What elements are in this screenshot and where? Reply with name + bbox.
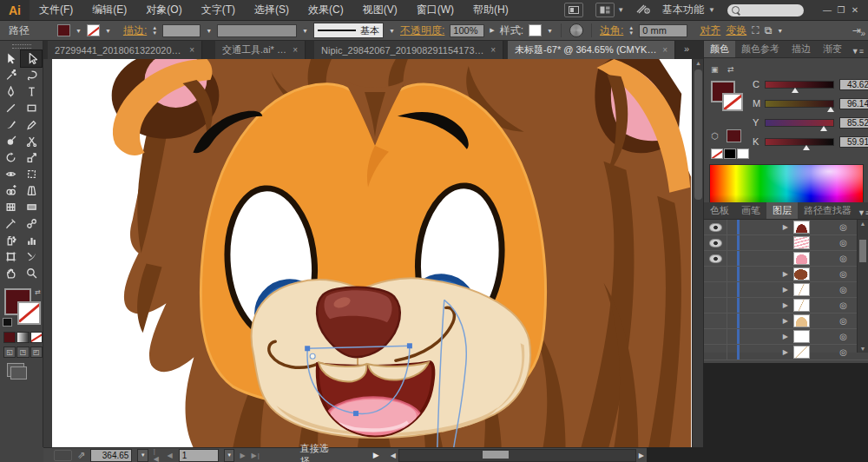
menu-6[interactable]: 视图(V) <box>353 0 407 20</box>
color-tab-3[interactable]: 渐变 <box>817 41 848 57</box>
next-artboard-button[interactable]: ▶ <box>240 452 246 459</box>
corner-stepper[interactable]: ▲▼ <box>628 26 634 36</box>
vertical-scrollbar[interactable]: ▲ <box>692 59 704 447</box>
panel-stroke-swatch[interactable] <box>722 93 743 111</box>
menu-8[interactable]: 帮助(H) <box>464 0 518 20</box>
gradient-tool[interactable] <box>21 199 42 215</box>
prev-artboard-button[interactable]: ◀ <box>168 452 174 459</box>
stroke-weight-input[interactable] <box>162 24 201 37</box>
expand-triangle-icon[interactable]: ▶ <box>740 317 792 325</box>
artboard-canvas[interactable] <box>52 59 692 447</box>
layer-row-8[interactable]: ▶◎ <box>704 345 868 360</box>
pencil-tool[interactable] <box>21 116 42 133</box>
screen-mode-button[interactable] <box>7 363 24 377</box>
stroke-panel-link[interactable]: 描边: <box>123 23 147 38</box>
none-mode-button[interactable] <box>30 332 43 343</box>
channel-slider[interactable] <box>765 119 834 127</box>
status-expand-icon[interactable]: ▶ <box>373 451 379 459</box>
target-circle-icon[interactable]: ◎ <box>839 285 847 294</box>
isolate-icon[interactable]: ⛶ <box>752 24 759 36</box>
selection-column[interactable] <box>727 220 740 234</box>
target-circle-icon[interactable]: ◎ <box>839 269 847 279</box>
tab-close-icon[interactable]: × <box>293 45 298 55</box>
selection-column[interactable] <box>727 314 740 328</box>
symbol-sprayer-tool[interactable] <box>0 232 21 248</box>
transform-link[interactable]: 变换 <box>726 23 746 38</box>
visibility-toggle[interactable] <box>704 329 727 344</box>
stroke-weight-caret-icon[interactable]: ▼ <box>206 28 212 34</box>
out-of-gamut-icon[interactable]: ⬡ <box>711 131 719 141</box>
status-extra-icon[interactable] <box>54 450 72 461</box>
gradient-mode-button[interactable] <box>16 332 29 343</box>
expand-triangle-icon[interactable]: ▶ <box>740 301 792 309</box>
collapse-dock-icon[interactable]: » <box>860 29 865 38</box>
target-circle-icon[interactable]: ◎ <box>839 254 847 263</box>
color-tab-0[interactable]: 颜色 <box>704 41 735 57</box>
menu-2[interactable]: 对象(O) <box>136 0 191 20</box>
cs-live-icon[interactable] <box>636 3 650 16</box>
opacity-input[interactable]: 100% <box>450 24 484 37</box>
width-tool[interactable] <box>0 166 21 182</box>
draw-behind-button[interactable]: ◳ <box>16 346 29 358</box>
layer-thumbnail[interactable] <box>793 330 810 343</box>
workspace-switcher[interactable]: 基本功能▼ <box>662 3 715 17</box>
width-profile-caret-icon[interactable]: ▼ <box>302 28 308 34</box>
rectangle-tool[interactable] <box>21 100 42 116</box>
draw-inside-button[interactable]: ◰ <box>30 346 43 358</box>
fill-caret-icon[interactable]: ▼ <box>76 28 82 34</box>
close-button[interactable]: ✕ <box>849 0 861 20</box>
color-tab-1[interactable]: 颜色参考 <box>735 41 786 57</box>
constrain-icon[interactable]: ⧉ <box>765 24 773 36</box>
first-artboard-button[interactable]: |◀ <box>154 447 162 462</box>
mesh-tool[interactable] <box>0 199 21 215</box>
selection-tool[interactable] <box>0 50 21 67</box>
brush-definition-select[interactable]: 基本 <box>313 23 384 38</box>
channel-slider[interactable] <box>765 81 834 89</box>
blend-tool[interactable] <box>21 215 42 232</box>
last-artboard-button[interactable]: ▶| <box>252 452 260 459</box>
eyedropper-tool[interactable] <box>0 215 21 232</box>
zoom-level-input[interactable]: 364.65 <box>90 449 132 462</box>
type-tool[interactable] <box>21 83 42 100</box>
layer-thumbnail[interactable] <box>793 252 810 265</box>
artboard-tool[interactable] <box>0 248 21 265</box>
scroll-left-icon[interactable]: ◀ <box>388 452 398 459</box>
stroke-color-swatch[interactable] <box>87 24 100 36</box>
paintbrush-tool[interactable] <box>0 116 21 133</box>
zoom-tool[interactable] <box>21 265 42 281</box>
recolor-artwork-icon[interactable] <box>569 23 583 37</box>
shape-builder-tool[interactable] <box>0 182 21 199</box>
rotate-tool[interactable] <box>0 149 21 166</box>
artboard-number-input[interactable]: 1 <box>179 449 219 462</box>
toolbox-stroke-swatch[interactable] <box>17 301 41 325</box>
document-tab-1[interactable]: 交通工具.ai* @ ...× <box>215 41 306 59</box>
channel-value-input[interactable]: 59.91 <box>839 136 868 148</box>
layer-row-5[interactable]: ▶◎ <box>704 298 868 314</box>
minimize-button[interactable]: — <box>821 0 833 20</box>
tab-close-icon[interactable]: × <box>662 45 667 55</box>
artboard-dropdown-icon[interactable]: ▼ <box>224 449 234 462</box>
visibility-toggle[interactable] <box>704 298 727 313</box>
align-link[interactable]: 对齐 <box>700 23 720 38</box>
channel-value-input[interactable]: 85.52 <box>839 117 868 129</box>
constrain-caret-icon[interactable]: ▼ <box>777 28 783 34</box>
horizontal-scroll-thumb[interactable] <box>483 451 509 459</box>
expand-triangle-icon[interactable]: ▶ <box>740 348 792 356</box>
layers-scroll-down-icon[interactable]: ▼ <box>858 345 868 353</box>
slider-thumb[interactable] <box>803 145 810 150</box>
scale-tool[interactable] <box>21 149 42 166</box>
color-tab-2[interactable]: 描边 <box>786 41 817 57</box>
visibility-toggle[interactable] <box>704 267 727 281</box>
pen-tool[interactable] <box>0 83 21 100</box>
layer-row-6[interactable]: ▶◎ <box>704 314 868 329</box>
white-swatch[interactable] <box>737 148 749 159</box>
slice-tool[interactable] <box>21 248 42 265</box>
channel-value-input[interactable]: 43.62 <box>839 79 868 90</box>
swap-fill-stroke-icon[interactable]: ⇄ <box>35 288 41 296</box>
menu-5[interactable]: 效果(C) <box>299 0 353 20</box>
last-color-swatch[interactable] <box>727 129 741 142</box>
magic-wand-tool[interactable] <box>0 67 21 83</box>
layers-scrollbar[interactable]: ▲ ▼ <box>857 220 868 353</box>
fill-color-swatch[interactable] <box>57 24 70 36</box>
tab-close-icon[interactable]: × <box>189 45 194 55</box>
